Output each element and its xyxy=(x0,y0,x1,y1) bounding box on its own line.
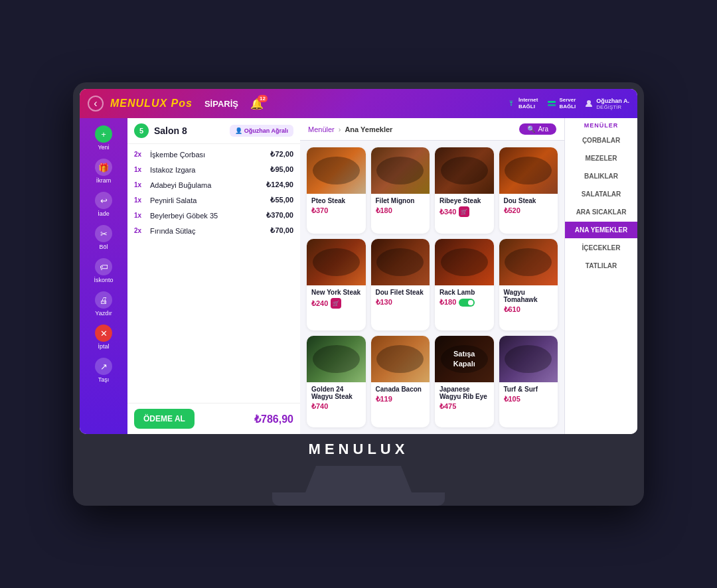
svg-rect-1 xyxy=(548,104,556,106)
order-item: 1x Peynirli Salata ₺55,00 xyxy=(127,192,300,208)
menu-card-price-filet: ₺180 xyxy=(376,206,426,215)
sidebar-item-yazdir[interactable]: 🖨 Yazdır xyxy=(83,288,124,320)
menu-card-img-turf xyxy=(499,336,558,382)
menu-card-price-turf: ₺105 xyxy=(504,395,554,404)
cat-item-ana-yemekler[interactable]: ANA YEMEKLER xyxy=(565,222,638,238)
internet-label: İnternetBAĞLI xyxy=(518,97,538,110)
cat-item-ara-sicaklar[interactable]: ARA SICAKLAR xyxy=(565,204,637,220)
cart-icon-newyork: 🛒 xyxy=(331,298,341,309)
sidebar-item-iskonto[interactable]: 🏷 İskonto xyxy=(83,255,124,287)
menu-card-name-pteo: Pteo Steak xyxy=(311,197,361,204)
sidebar-item-iade[interactable]: ↩ İade xyxy=(83,188,124,220)
right-sidebar: MENÜLER ÇORBALAR MEZELER BALIKLAR SALATA… xyxy=(564,118,637,434)
sidebar-item-ikram[interactable]: 🎁 İkram xyxy=(83,155,124,187)
sidebar-item-iptal[interactable]: ✕ İptal xyxy=(83,321,124,353)
user-info[interactable]: Oğuzhan A. DEĞİŞTİR xyxy=(585,98,629,110)
server-status: ServerBAĞLI xyxy=(547,97,576,110)
menu-card-racklamb[interactable]: Rack Lamb ₺180 xyxy=(435,239,494,331)
menu-card-name-filet: Filet Mignon xyxy=(376,197,426,204)
sidebar-item-tasi[interactable]: ↗ Taşı xyxy=(83,354,124,386)
order-panel: 5 Salon 8 👤 Oğuzhan Ağralı 2x İşkembe Ço… xyxy=(127,118,300,434)
bell-badge: 12 xyxy=(258,95,268,102)
menu-card-img-ribeye xyxy=(435,147,494,194)
cat-item-corbalar[interactable]: ÇORBALAR xyxy=(565,132,637,149)
topbar-right: İnternetBAĞLI ServerBAĞLI Oğuzhan A. DEĞ… xyxy=(507,97,629,110)
menu-card-name-newyork: New York Steak xyxy=(311,289,361,296)
menu-card-price-wagyu: ₺610 xyxy=(504,305,554,314)
iskonto-icon: 🏷 xyxy=(95,258,112,275)
menu-card-japanese[interactable]: SatışaKapalı Japanese Wagyu Rib Eye ₺475 xyxy=(435,336,494,427)
menu-card-price-doufilet: ₺130 xyxy=(376,298,426,307)
closed-overlay: SatışaKapalı xyxy=(435,336,494,382)
menu-card-name-ribeye: Ribeye Steak xyxy=(439,197,489,204)
yazdir-icon: 🖨 xyxy=(95,291,112,309)
cat-item-salatalar[interactable]: SALATALAR xyxy=(565,186,637,202)
left-sidebar: + Yeni 🎁 İkram ↩ İade ✂ Böl 🏷 İskont xyxy=(80,118,127,434)
menu-card-golden[interactable]: Golden 24 Wagyu Steak ₺740 xyxy=(307,336,366,427)
menu-card-pteo[interactable]: Pteo Steak ₺370 xyxy=(307,147,366,234)
menu-card-img-golden xyxy=(307,336,366,382)
menu-card-wagyu[interactable]: Wagyu Tomahawk ₺610 xyxy=(499,239,558,331)
waiter-button[interactable]: 👤 Oğuzhan Ağralı xyxy=(230,125,293,137)
main-layout: + Yeni 🎁 İkram ↩ İade ✂ Böl 🏷 İskont xyxy=(80,118,637,434)
total-price: ₺786,90 xyxy=(254,413,293,425)
internet-status: İnternetBAĞLI xyxy=(507,97,538,110)
ikram-icon: 🎁 xyxy=(95,159,112,176)
order-item: 2x İşkembe Çorbası ₺72,00 xyxy=(127,147,300,162)
pay-button[interactable]: ÖDEME AL xyxy=(134,409,195,429)
order-item: 1x Adabeyi Buğulama ₺124,90 xyxy=(127,177,300,192)
menu-card-name-japanese: Japanese Wagyu Rib Eye xyxy=(439,386,489,400)
menu-card-name-dou: Dou Steak xyxy=(504,197,554,204)
order-item: 1x Istakoz Izgara ₺95,00 xyxy=(127,162,300,177)
menu-card-turf[interactable]: Turf & Surf ₺105 xyxy=(499,336,558,427)
topbar: ‹ MENULUX Pos SİPARİŞ 🔔 12 İnternetBAĞLI… xyxy=(80,89,637,118)
svg-rect-0 xyxy=(548,101,556,103)
menu-card-img-wagyu xyxy=(499,239,558,285)
cat-item-baliklar[interactable]: BALIKLAR xyxy=(565,168,637,184)
menu-card-dou[interactable]: Dou Steak ₺520 xyxy=(499,147,558,234)
screen: ‹ MENULUX Pos SİPARİŞ 🔔 12 İnternetBAĞLI… xyxy=(80,89,637,434)
menu-card-img-newyork xyxy=(307,239,366,285)
order-item: 1x Beylerbeyi Göbek 35 ₺370,00 xyxy=(127,208,300,223)
monitor: ‹ MENULUX Pos SİPARİŞ 🔔 12 İnternetBAĞLI… xyxy=(73,82,644,506)
breadcrumb-menu-link[interactable]: Menüler xyxy=(308,125,335,133)
back-button[interactable]: ‹ xyxy=(88,96,104,111)
iptal-icon: ✕ xyxy=(95,325,112,342)
monitor-stand xyxy=(305,466,412,492)
menu-grid: Pteo Steak ₺370 Filet Mignon xyxy=(300,141,564,434)
menu-card-price-pteo: ₺370 xyxy=(311,206,361,215)
menu-card-newyork[interactable]: New York Steak ₺240 🛒 xyxy=(307,239,366,331)
table-badge: 5 xyxy=(134,123,149,138)
menu-card-img-canada xyxy=(371,336,430,382)
menu-card-canada[interactable]: Canada Bacon ₺119 xyxy=(371,336,430,427)
menu-card-ribeye[interactable]: Ribeye Steak ₺340 🛒 xyxy=(435,147,494,234)
menu-card-name-golden: Golden 24 Wagyu Steak xyxy=(311,386,361,400)
yeni-icon: + xyxy=(95,125,112,143)
menu-card-img-japanese: SatışaKapalı xyxy=(435,336,494,382)
table-name: Salon 8 xyxy=(154,125,187,136)
menu-card-price-ribeye: ₺340 🛒 xyxy=(439,206,489,217)
menu-area: Menüler › Ana Yemekler 🔍 Ara xyxy=(300,118,564,434)
monitor-base xyxy=(272,492,445,506)
order-footer: ÖDEME AL ₺786,90 xyxy=(127,403,300,434)
order-header: 5 Salon 8 👤 Oğuzhan Ağralı xyxy=(127,118,300,144)
menu-card-name-canada: Canada Bacon xyxy=(376,386,426,393)
sidebar-item-yeni[interactable]: + Yeni xyxy=(83,122,124,154)
sidebar-item-bol[interactable]: ✂ Böl xyxy=(83,222,124,254)
cat-item-tatlilar[interactable]: TATLILAR xyxy=(565,257,637,274)
bol-icon: ✂ xyxy=(95,225,112,242)
menu-card-doufilet[interactable]: Dou Filet Steak ₺130 xyxy=(371,239,430,331)
menu-card-img-racklamb xyxy=(435,239,494,285)
cart-icon: 🛒 xyxy=(459,206,469,217)
availability-toggle[interactable] xyxy=(459,299,475,307)
monitor-brand: MENULUX xyxy=(80,434,637,466)
cat-item-icecekler[interactable]: İÇECEKLER xyxy=(565,240,637,256)
siparis-label: SİPARİŞ xyxy=(204,99,238,109)
menu-card-filet[interactable]: Filet Mignon ₺180 xyxy=(371,147,430,234)
tasi-icon: ↗ xyxy=(95,358,112,375)
search-button[interactable]: 🔍 Ara xyxy=(519,123,556,135)
cat-item-mezeler[interactable]: MEZELER xyxy=(565,150,637,167)
logo: MENULUX Pos xyxy=(110,98,193,110)
bell-icon[interactable]: 🔔 12 xyxy=(250,98,264,110)
menu-card-price-newyork: ₺240 🛒 xyxy=(311,298,361,309)
